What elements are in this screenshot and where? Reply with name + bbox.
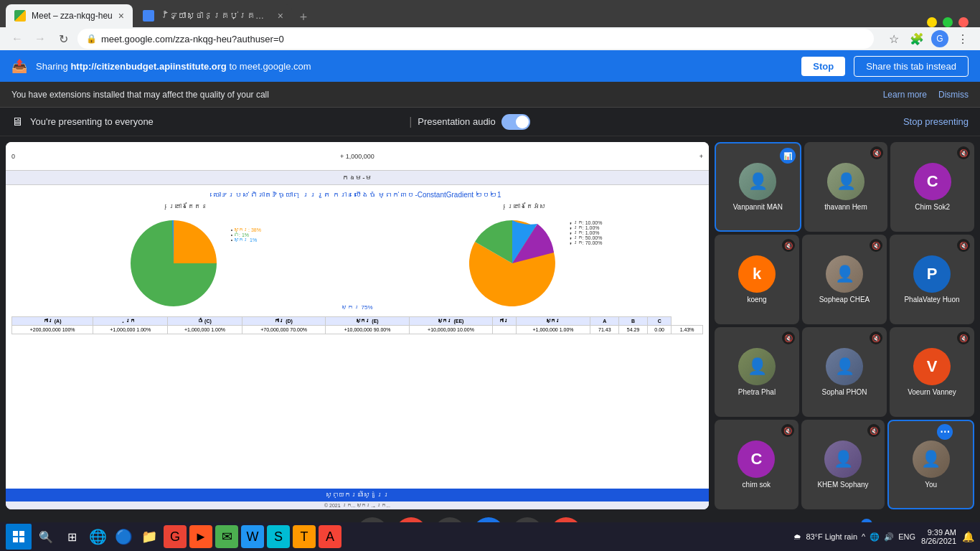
extension-warning-text: You have extensions installed that may a… — [11, 90, 883, 100]
reload-button[interactable]: ↻ — [55, 30, 72, 47]
participant-tile-voeurn[interactable]: V Voeurn Vanney 🔇 — [890, 327, 974, 417]
right-legend: • ក្រ: 10.00% • ក្រ: 1.00% • ក្រ: 1.00% … — [570, 220, 602, 245]
back-button[interactable]: ← — [9, 30, 26, 47]
taskbar-app7[interactable]: W — [241, 525, 264, 548]
sopheap-mute-icon: 🔇 — [870, 239, 882, 252]
volume-icon: 🔊 — [884, 532, 894, 542]
dismiss-link[interactable]: Dismiss — [938, 90, 969, 100]
participant-tile-thavann[interactable]: 👤 thavann Hem 🔇 — [804, 142, 888, 232]
share-tab-button[interactable]: Share this tab instead — [854, 56, 969, 77]
taskbar-time: 9:39 AM — [921, 528, 956, 537]
expand-tray-icon[interactable]: ^ — [862, 532, 865, 541]
file-explorer-icon[interactable]: 📁 — [138, 525, 161, 548]
voeurn-name: Voeurn Vanney — [905, 388, 959, 396]
thavann-avatar: 👤 — [827, 163, 864, 200]
participant-tile-sopheap[interactable]: 👤 Sopheap CHEA 🔇 — [802, 235, 887, 324]
svg-rect-0 — [13, 531, 18, 536]
sophal-name: Sophal PHON — [819, 388, 870, 396]
taskbar-date: 8/26/2021 — [921, 537, 956, 545]
sharing-icon: 📤 — [11, 58, 27, 74]
left-pie-chart: គ្រោងតែតន • ស្ករ: 38% — [22, 203, 354, 314]
bookmark-star-icon[interactable]: ☆ — [885, 30, 903, 47]
weather-text: 83°F Light rain — [806, 532, 857, 541]
extensions-icon[interactable]: 🧩 — [908, 30, 925, 47]
left-pie-svg — [123, 213, 224, 314]
stop-sharing-button[interactable]: Stop — [801, 57, 845, 76]
participant-tile-vanpannit[interactable]: 👤 Vanpannit MAN 📊 — [715, 142, 801, 232]
learn-more-link[interactable]: Learn more — [883, 90, 927, 100]
section-header: កឯម-ម — [6, 171, 709, 185]
close-browser-button[interactable] — [958, 17, 969, 27]
presentation-audio-label: Presentation audio — [418, 116, 495, 127]
koeng-name: koeng — [744, 296, 769, 303]
right-pie-svg — [462, 213, 562, 314]
browser-controls: ← → ↻ 🔒 meet.google.com/zza-nkqg-heu?aut… — [0, 27, 980, 50]
vanpannit-avatar: 👤 — [739, 163, 776, 200]
participant-row-1: 👤 Vanpannit MAN 📊 👤 thavann Hem 🔇 C Chim… — [715, 142, 974, 232]
presentation-sub-footer: © 2021 ក្រ... ស្ករ... ក្រ... — [6, 501, 709, 509]
presentation-content: 0 + 1,000,000 + កឯម-ម ចោទរបស់ ពិភាគទិធ្យ… — [6, 142, 709, 509]
edge-icon[interactable]: 🌐 — [86, 525, 109, 548]
tab-meet-close[interactable]: × — [118, 10, 124, 22]
search-taskbar-icon[interactable]: 🔍 — [34, 525, 57, 548]
sopheap-name: Sopheap CHEA — [816, 296, 873, 303]
you-name: You — [922, 481, 940, 489]
svg-rect-1 — [19, 531, 24, 536]
tab-khmer-close[interactable]: × — [278, 10, 283, 22]
chart-title: ចោទរបស់ ពិភាគទិធ្យាព រ្ររូត ករានលើងចំ ម្… — [11, 191, 703, 199]
taskbar-datetime[interactable]: 9:39 AM 8/26/2021 — [921, 528, 956, 545]
new-tab-button[interactable]: + — [293, 7, 314, 27]
svg-rect-3 — [19, 537, 24, 542]
profile-icon[interactable]: G — [931, 30, 948, 47]
participant-tile-you[interactable]: 👤 You ⋯ — [887, 420, 974, 509]
main-content-area: 0 + 1,000,000 + កឯម-ម ចោទរបស់ ពិភាគទិធ្យ… — [0, 136, 980, 515]
phetra-name: Phetra Phal — [735, 388, 778, 396]
participant-row-2: k koeng 🔇 👤 Sopheap CHEA 🔇 P PhalaVatey … — [715, 235, 974, 324]
address-bar[interactable]: 🔒 meet.google.com/zza-nkqg-heu?authuser=… — [77, 29, 874, 49]
taskbar-app10[interactable]: A — [319, 525, 341, 548]
taskbar-app5[interactable]: ► — [189, 525, 212, 548]
chimsok-avatar: C — [738, 441, 775, 478]
taskbar-app9[interactable]: T — [293, 525, 316, 548]
tab-khmer[interactable]: វិទ្យាស្ថានគ្រប់គ្រតិ និងរដ្ឋបាល... × — [134, 4, 292, 27]
taskbar-app4[interactable]: G — [164, 525, 187, 548]
browser-chrome: Meet – zza-nkqg-heu × វិទ្យាស្ថានគ្រប់គ្… — [0, 0, 980, 50]
participant-tile-chimsok[interactable]: C chim sok 🔇 — [715, 420, 798, 509]
you-more-options-button[interactable]: ⋯ — [937, 424, 953, 440]
toggle-knob — [516, 116, 529, 128]
tab-meet[interactable]: Meet – zza-nkqg-heu × — [6, 4, 133, 27]
participant-tile-phetra[interactable]: 👤 Phetra Phal 🔇 — [715, 327, 799, 417]
participant-tile-sophal[interactable]: 👤 Sophal PHON 🔇 — [802, 327, 887, 417]
sopheap-avatar: 👤 — [826, 255, 863, 293]
start-button[interactable] — [6, 524, 32, 550]
task-view-icon[interactable]: ⊞ — [60, 525, 83, 548]
restore-button[interactable] — [943, 17, 953, 27]
participant-tile-phalatey[interactable]: P PhalaVatey Huon 🔇 — [890, 235, 974, 324]
right-pie-wrapper: • ក្រ: 10.00% • ក្រ: 1.00% • ក្រ: 1.00% … — [462, 213, 591, 314]
notifications-icon[interactable]: 🔔 — [962, 531, 974, 542]
left-pie-label: គ្រោងតែតន — [169, 203, 207, 210]
minimize-button[interactable] — [927, 17, 937, 27]
participant-tile-koeng[interactable]: k koeng 🔇 — [715, 235, 799, 324]
left-legend: • ស្ករ: 38% • ពំ: 1% • ស្ករ 1% — [231, 227, 261, 242]
screen-share-icon: 🖥 — [11, 116, 23, 128]
koeng-mute-icon: 🔇 — [782, 239, 795, 252]
participant-row-4: C chim sok 🔇 👤 KHEM Sophany 🔇 👤 You ⋯ — [715, 420, 974, 509]
koeng-avatar: k — [738, 255, 776, 293]
presentation-ruler: 0 + 1,000,000 + — [6, 142, 709, 171]
chart-area: ចោទរបស់ ពិភាគទិធ្យាព រ្ររូត ករានលើងចំ ម្… — [6, 185, 709, 489]
chrome-icon[interactable]: 🔵 — [112, 525, 135, 548]
participant-tile-khem[interactable]: 👤 KHEM Sophany 🔇 — [801, 420, 885, 509]
presenting-banner: 🖥 You're presenting to everyone | Presen… — [0, 108, 980, 136]
presentation-audio-toggle[interactable] — [501, 114, 530, 130]
vanpannit-name: Vanpannit MAN — [730, 203, 786, 211]
svg-rect-2 — [13, 537, 18, 542]
chimsok-name: chim sok — [740, 481, 773, 489]
stop-presenting-button[interactable]: Stop presenting — [903, 116, 969, 127]
forward-button[interactable]: → — [32, 30, 49, 47]
taskbar-app8[interactable]: S — [267, 525, 290, 548]
participant-tile-chimsok2[interactable]: C Chim Sok2 🔇 — [890, 142, 974, 232]
more-menu-icon[interactable]: ⋮ — [954, 30, 971, 47]
taskbar-app6[interactable]: ✉ — [215, 525, 238, 548]
network-icon: 🌐 — [870, 532, 880, 542]
